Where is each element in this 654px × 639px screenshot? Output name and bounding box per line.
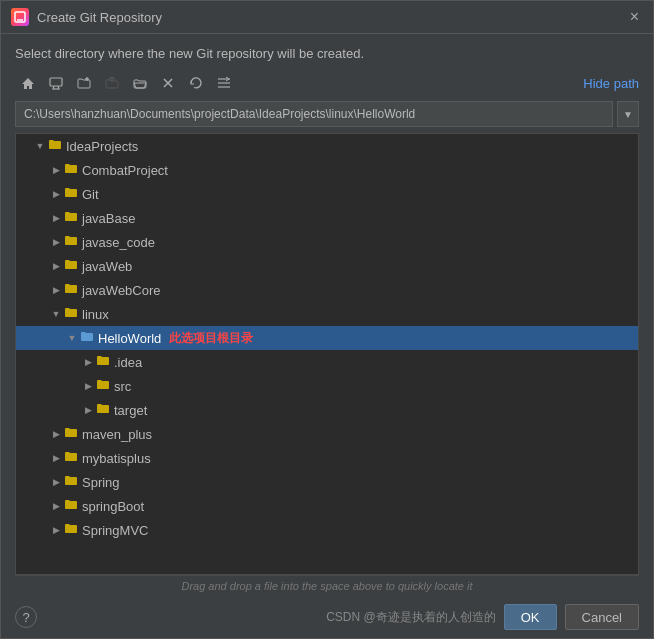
hide-path-link[interactable]: Hide path (583, 76, 639, 91)
folder-icon (64, 474, 78, 490)
footer-right: CSDN @奇迹是执着的人创造的 OK Cancel (326, 604, 639, 630)
computer-button[interactable] (43, 71, 69, 95)
tree-arrow-icon: ▶ (80, 405, 96, 415)
expand-all-button[interactable] (211, 71, 237, 95)
tree-arrow-icon: ▶ (48, 261, 64, 271)
svg-rect-3 (50, 78, 62, 86)
folder-icon (64, 210, 78, 226)
dialog-title: Create Git Repository (37, 10, 162, 25)
folder-up-button[interactable] (99, 71, 125, 95)
tree-item[interactable]: ▶ SpringMVC (16, 518, 638, 542)
tree-item[interactable]: ▼ linux (16, 302, 638, 326)
toolbar: Hide path (15, 71, 639, 95)
tree-item[interactable]: ▶ maven_plus (16, 422, 638, 446)
tree-item[interactable]: ▶ target (16, 398, 638, 422)
file-tree[interactable]: ▼ IdeaProjects▶ CombatProject▶ Git▶ java… (15, 133, 639, 575)
path-dropdown-button[interactable]: ▼ (617, 101, 639, 127)
tree-item-label: IdeaProjects (66, 139, 138, 154)
folder-icon (64, 282, 78, 298)
watermark-text: CSDN @奇迹是执着的人创造的 (326, 609, 496, 626)
ok-button[interactable]: OK (504, 604, 557, 630)
folder-icon (64, 306, 78, 322)
tree-arrow-icon: ▼ (48, 309, 64, 319)
tree-item-label: src (114, 379, 131, 394)
tree-arrow-icon: ▶ (48, 285, 64, 295)
tree-arrow-icon: ▶ (48, 165, 64, 175)
folder-icon (64, 522, 78, 538)
tree-arrow-icon: ▶ (48, 525, 64, 535)
tree-item-label: Git (82, 187, 99, 202)
folder-icon (96, 378, 110, 394)
tree-item-label: springBoot (82, 499, 144, 514)
tree-item-label: linux (82, 307, 109, 322)
dialog-footer: ? CSDN @奇迹是执着的人创造的 OK Cancel (1, 596, 653, 638)
home-button[interactable] (15, 71, 41, 95)
svg-marker-2 (22, 78, 34, 89)
tree-arrow-icon: ▼ (32, 141, 48, 151)
tree-item[interactable]: ▶ javaWebCore (16, 278, 638, 302)
tree-item[interactable]: ▶ src (16, 374, 638, 398)
refresh-button[interactable] (183, 71, 209, 95)
folder-icon (64, 450, 78, 466)
create-git-repository-dialog: Create Git Repository × Select directory… (0, 0, 654, 639)
tree-arrow-icon: ▶ (48, 477, 64, 487)
tree-item-label: javaBase (82, 211, 135, 226)
tree-item-label: .idea (114, 355, 142, 370)
folder-icon (64, 258, 78, 274)
folder-icon (96, 354, 110, 370)
tree-item[interactable]: ▶ javase_code (16, 230, 638, 254)
new-folder-button[interactable] (71, 71, 97, 95)
path-input[interactable] (15, 101, 613, 127)
tree-item[interactable]: ▼ IdeaProjects (16, 134, 638, 158)
tree-item[interactable]: ▶ javaBase (16, 206, 638, 230)
tree-item-label: maven_plus (82, 427, 152, 442)
folder-icon (48, 138, 62, 154)
tree-item-label: CombatProject (82, 163, 168, 178)
folder-icon (96, 402, 110, 418)
tree-item[interactable]: ▶ .idea (16, 350, 638, 374)
tree-arrow-icon: ▶ (80, 357, 96, 367)
tree-item-label: javaWeb (82, 259, 132, 274)
tree-item-label: javaWebCore (82, 283, 161, 298)
open-folder-button[interactable] (127, 71, 153, 95)
dialog-body: Select directory where the new Git repos… (1, 34, 653, 596)
tree-arrow-icon: ▶ (48, 213, 64, 223)
path-bar: ▼ (15, 101, 639, 127)
delete-button[interactable] (155, 71, 181, 95)
tree-item[interactable]: ▶ mybatisplus (16, 446, 638, 470)
tree-arrow-icon: ▶ (48, 501, 64, 511)
tree-item-label: mybatisplus (82, 451, 151, 466)
tree-arrow-icon: ▶ (48, 453, 64, 463)
folder-icon (64, 498, 78, 514)
tree-item[interactable]: ▶ Spring (16, 470, 638, 494)
tree-item[interactable]: ▶ Git (16, 182, 638, 206)
folder-icon (64, 426, 78, 442)
toolbar-buttons (15, 71, 237, 95)
tree-arrow-icon: ▶ (80, 381, 96, 391)
tree-item-label: javase_code (82, 235, 155, 250)
folder-icon (80, 330, 94, 346)
drag-hint: Drag and drop a file into the space abov… (15, 575, 639, 596)
tree-arrow-icon: ▶ (48, 429, 64, 439)
tree-item[interactable]: ▶ CombatProject (16, 158, 638, 182)
folder-icon (64, 234, 78, 250)
annotation-label: 此选项目根目录 (169, 330, 253, 347)
tree-item-label: Spring (82, 475, 120, 490)
cancel-button[interactable]: Cancel (565, 604, 639, 630)
tree-item[interactable]: ▶ javaWeb (16, 254, 638, 278)
tree-item-label: target (114, 403, 147, 418)
tree-item[interactable]: ▶ springBoot (16, 494, 638, 518)
tree-arrow-icon: ▶ (48, 189, 64, 199)
title-bar-left: Create Git Repository (11, 8, 162, 26)
close-button[interactable]: × (626, 7, 643, 27)
tree-item-label: HelloWorld (98, 331, 161, 346)
title-bar: Create Git Repository × (1, 1, 653, 34)
tree-item-label: SpringMVC (82, 523, 148, 538)
tree-item[interactable]: ▼ HelloWorld此选项目根目录 (16, 326, 638, 350)
folder-icon (64, 162, 78, 178)
help-button[interactable]: ? (15, 606, 37, 628)
folder-icon (64, 186, 78, 202)
tree-arrow-icon: ▼ (64, 333, 80, 343)
description-text: Select directory where the new Git repos… (15, 46, 639, 61)
idea-logo-icon (11, 8, 29, 26)
